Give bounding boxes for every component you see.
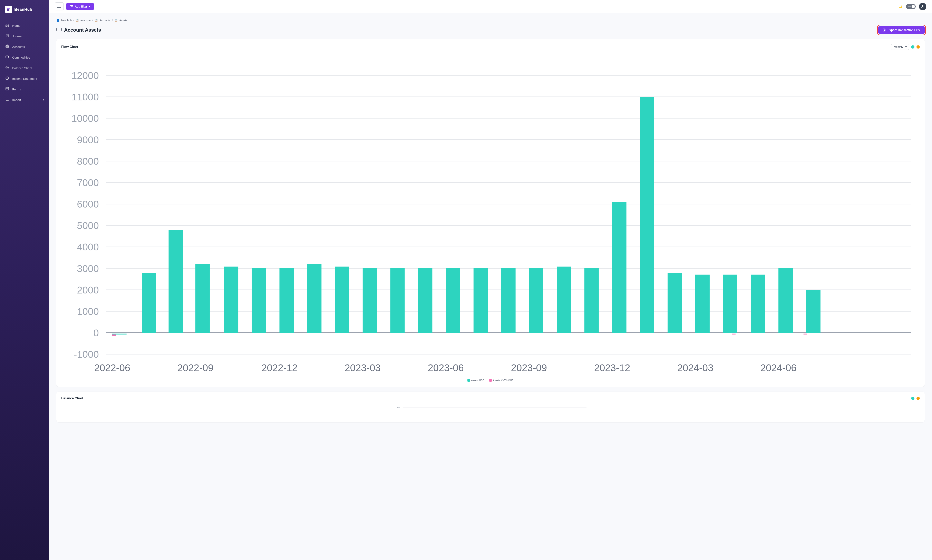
balance-legend-dot-teal <box>911 397 914 400</box>
svg-text:12000: 12000 <box>71 70 99 81</box>
svg-text:3000: 3000 <box>77 263 99 274</box>
svg-rect-13 <box>6 98 8 100</box>
sidebar-item-journal-label: Journal <box>12 34 22 38</box>
breadcrumb-user-icon: 👤 <box>56 19 60 22</box>
svg-rect-70 <box>640 97 654 333</box>
svg-rect-76 <box>806 290 821 333</box>
sidebar-item-import-label: Import <box>12 98 21 102</box>
svg-rect-61 <box>390 268 405 333</box>
svg-text:2023-09: 2023-09 <box>511 362 547 373</box>
svg-rect-10 <box>6 87 9 90</box>
svg-rect-63 <box>446 268 460 333</box>
sidebar-item-forms[interactable]: Forms <box>0 84 49 94</box>
accounts-icon <box>5 45 9 49</box>
legend-item-assets-xyz: Assets XYZ.HOUR <box>489 379 514 382</box>
topbar: Add filter ▾ 🌙 OFF <box>49 0 932 13</box>
svg-text:9000: 9000 <box>77 134 99 145</box>
svg-rect-56 <box>252 268 266 333</box>
chevron-down-icon: ▾ <box>89 5 90 8</box>
sidebar-item-accounts-label: Accounts <box>12 45 25 49</box>
sidebar: BeanHub Home Journal Accounts <box>0 0 49 560</box>
sidebar-logo: BeanHub <box>0 0 49 19</box>
user-avatar[interactable] <box>919 3 926 10</box>
legend-item-assets-usd: Assets USD <box>467 379 484 382</box>
sidebar-item-accounts[interactable]: Accounts <box>0 42 49 52</box>
svg-rect-73 <box>723 275 737 333</box>
svg-text:2024-03: 2024-03 <box>677 362 713 373</box>
forms-icon <box>5 87 9 91</box>
svg-point-6 <box>6 56 9 57</box>
flow-chart-svg-container: 12000 11000 10000 9000 8000 7000 6000 50… <box>61 54 920 377</box>
svg-rect-62 <box>418 268 432 333</box>
sidebar-item-home-label: Home <box>12 24 20 27</box>
svg-rect-64 <box>474 268 488 333</box>
flow-chart-legend: Assets USD Assets XYZ.HOUR <box>61 379 920 382</box>
svg-rect-52 <box>142 273 156 333</box>
svg-rect-66 <box>529 268 543 333</box>
svg-text:8000: 8000 <box>77 156 99 167</box>
svg-rect-68 <box>584 268 599 333</box>
balance-sheet-icon <box>5 66 9 70</box>
legend-color-assets-usd <box>467 379 470 382</box>
svg-rect-51 <box>112 334 126 334</box>
sidebar-item-commodities[interactable]: Commodities <box>0 52 49 62</box>
svg-rect-53 <box>169 230 183 333</box>
app-logo-icon <box>5 6 12 13</box>
breadcrumb-example[interactable]: example <box>80 19 91 22</box>
period-select[interactable]: Monthly Yearly Weekly <box>891 44 909 50</box>
svg-rect-54 <box>196 264 210 333</box>
chevron-down-icon: ▾ <box>43 98 44 101</box>
svg-text:2000: 2000 <box>77 285 99 295</box>
commodities-icon <box>5 55 9 60</box>
svg-text:5000: 5000 <box>77 220 99 231</box>
svg-rect-58 <box>307 264 321 333</box>
sidebar-item-import[interactable]: Import ▾ <box>0 95 49 105</box>
menu-button[interactable] <box>55 2 64 11</box>
import-icon <box>5 98 9 102</box>
svg-text:2023-03: 2023-03 <box>345 362 381 373</box>
journal-icon <box>5 34 9 38</box>
svg-text:2022-06: 2022-06 <box>94 362 130 373</box>
breadcrumb-accounts[interactable]: Accounts <box>99 19 110 22</box>
dark-mode-toggle[interactable]: OFF <box>906 4 916 9</box>
sidebar-item-journal[interactable]: Journal <box>0 31 49 41</box>
svg-text:0: 0 <box>93 327 99 338</box>
svg-rect-65 <box>501 268 516 333</box>
breadcrumb-accounts-icon: 📋 <box>94 19 98 22</box>
content-area: 👤 beanhub / 📋 example / 📋 Accounts / 📋 A… <box>49 13 932 560</box>
breadcrumb-assets[interactable]: Assets <box>119 19 127 22</box>
svg-point-17 <box>922 5 923 7</box>
svg-rect-78 <box>732 334 736 334</box>
breadcrumb-example-icon: 📋 <box>75 19 79 22</box>
flow-chart-svg: 12000 11000 10000 9000 8000 7000 6000 50… <box>61 54 920 376</box>
svg-text:$: $ <box>6 77 8 80</box>
svg-rect-75 <box>778 268 793 333</box>
page-title: Account Assets <box>56 27 101 33</box>
svg-text:10000: 10000 <box>71 113 99 124</box>
breadcrumb-beanhub[interactable]: beanhub <box>61 19 72 22</box>
app-name: BeanHub <box>14 7 32 12</box>
sidebar-item-home[interactable]: Home <box>0 20 49 31</box>
legend-dot-teal <box>911 45 914 49</box>
add-filter-button[interactable]: Add filter ▾ <box>66 3 94 10</box>
svg-rect-69 <box>612 202 627 333</box>
svg-rect-71 <box>667 273 682 333</box>
export-transaction-csv-button[interactable]: Export Transaction CSV <box>878 26 925 34</box>
legend-color-assets-xyz <box>489 379 492 382</box>
svg-text:11000: 11000 <box>71 91 99 102</box>
breadcrumb: 👤 beanhub / 📋 example / 📋 Accounts / 📋 A… <box>56 19 925 22</box>
sidebar-item-balance-sheet-label: Balance Sheet <box>12 66 32 70</box>
svg-rect-60 <box>363 268 377 333</box>
svg-rect-74 <box>751 275 765 333</box>
home-icon <box>5 23 9 28</box>
svg-text:4000: 4000 <box>77 242 99 252</box>
sidebar-item-balance-sheet[interactable]: Balance Sheet <box>0 63 49 73</box>
svg-text:1000: 1000 <box>77 306 99 317</box>
sidebar-item-commodities-label: Commodities <box>12 56 30 59</box>
moon-icon: 🌙 <box>898 5 903 8</box>
svg-text:2024-06: 2024-06 <box>761 362 796 373</box>
svg-text:-1000: -1000 <box>74 349 99 360</box>
sidebar-item-income-statement[interactable]: $ Income Statement <box>0 74 49 84</box>
breadcrumb-assets-icon: 📋 <box>114 19 118 22</box>
svg-rect-18 <box>57 28 62 31</box>
